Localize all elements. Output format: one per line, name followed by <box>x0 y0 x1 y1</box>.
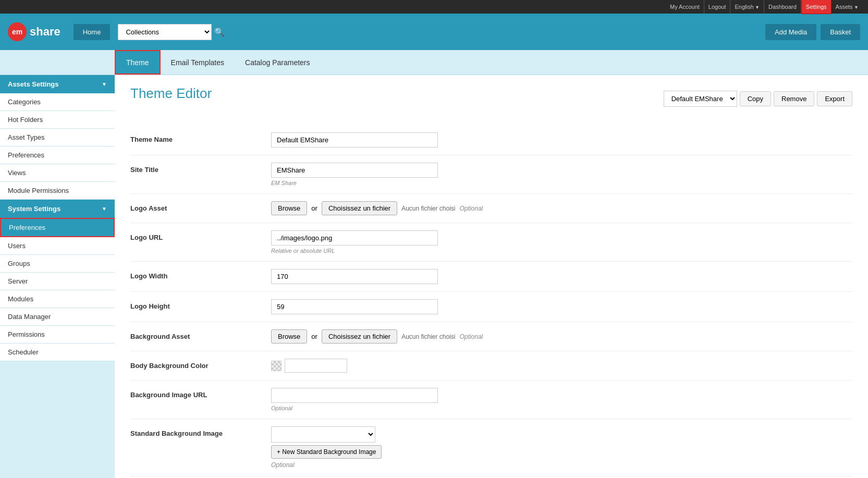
input-logo-url[interactable] <box>271 230 438 246</box>
input-logo-height[interactable] <box>271 299 438 314</box>
sidebar-item-server[interactable]: Server <box>0 273 115 290</box>
control-site-title: EM Share <box>271 163 852 186</box>
hint-logo-url: Relative or absolute URL <box>271 248 852 254</box>
sidebar-item-categories[interactable]: Categories <box>0 93 115 111</box>
sidebar-item-module-permissions[interactable]: Module Permissions <box>0 182 115 200</box>
sidebar-item-views[interactable]: Views <box>0 164 115 182</box>
choose-file-logo-button[interactable]: Choisissez un fichier <box>322 201 397 215</box>
sidebar: Assets Settings Categories Hot Folders A… <box>0 75 115 478</box>
label-site-title: Site Title <box>130 163 271 174</box>
standard-bg-row: + New Standard Background Image Optional <box>271 426 852 469</box>
optional-logo: Optional <box>460 205 483 212</box>
control-standard-bg: + New Standard Background Image Optional <box>271 426 852 469</box>
logo-text: share <box>30 25 60 39</box>
browse-logo-button[interactable]: Browse <box>271 201 307 215</box>
form-row-standard-bg: Standard Background Image + New Standard… <box>130 419 852 476</box>
label-bg-image-url: Background Image URL <box>130 388 271 399</box>
sub-navigation: Theme Email Templates Catalog Parameters <box>0 50 868 75</box>
top-nav-english[interactable]: English <box>730 0 764 14</box>
sidebar-item-groups[interactable]: Groups <box>0 255 115 273</box>
basket-button[interactable]: Basket <box>821 24 860 40</box>
main-header: em share Home Collections 🔍 Add Media Ba… <box>0 14 868 50</box>
or-text-background: or <box>311 333 317 340</box>
search-area: Collections 🔍 <box>118 24 757 40</box>
input-theme-name[interactable] <box>271 132 438 148</box>
system-settings-header[interactable]: System Settings <box>0 200 115 218</box>
browse-background-button[interactable]: Browse <box>271 329 307 344</box>
control-logo-width <box>271 269 852 284</box>
new-standard-bg-button[interactable]: + New Standard Background Image <box>271 445 382 459</box>
tab-theme[interactable]: Theme <box>115 50 161 75</box>
form-row-site-title: Site Title EM Share <box>130 155 852 194</box>
assets-settings-header[interactable]: Assets Settings <box>0 75 115 93</box>
control-logo-asset: Browse or Choisissez un fichier Aucun fi… <box>271 201 852 215</box>
or-text-logo: or <box>311 204 317 212</box>
control-theme-name <box>271 132 852 148</box>
no-file-logo: Aucun fichier choisi <box>401 205 455 212</box>
control-body-bg-color <box>271 359 852 373</box>
logo: em share <box>8 22 60 41</box>
form-row-body-bg-color: Body Background Color <box>130 351 852 381</box>
collections-select[interactable]: Collections <box>118 24 212 40</box>
hint-site-title: EM Share <box>271 180 852 186</box>
input-site-title[interactable] <box>271 163 438 178</box>
optional-standard-bg: Optional <box>271 461 852 469</box>
form-row-logo-width: Logo Width <box>130 262 852 292</box>
sidebar-item-preferences-system[interactable]: Preferences <box>0 218 115 237</box>
hint-bg-image-url: Optional <box>271 405 852 411</box>
top-nav-dashboard[interactable]: Dashboard <box>764 0 801 14</box>
tab-email-templates[interactable]: Email Templates <box>161 50 235 75</box>
no-file-background: Aucun fichier choisi <box>401 333 455 340</box>
control-logo-url: Relative or absolute URL <box>271 230 852 254</box>
top-nav-assets[interactable]: Assets <box>832 0 863 14</box>
theme-actions: Default EMShare Copy Remove Export <box>664 91 852 107</box>
copy-button[interactable]: Copy <box>740 91 771 106</box>
top-nav-settings[interactable]: Settings <box>801 0 832 14</box>
label-theme-name: Theme Name <box>130 132 271 143</box>
search-button[interactable]: 🔍 <box>214 27 225 37</box>
theme-selector[interactable]: Default EMShare <box>664 91 737 107</box>
label-standard-bg: Standard Background Image <box>130 426 271 437</box>
color-input-row-body <box>271 359 852 373</box>
sidebar-item-modules[interactable]: Modules <box>0 290 115 308</box>
control-bg-image-url: Optional <box>271 388 852 411</box>
tab-catalog-parameters[interactable]: Catalog Parameters <box>235 50 321 75</box>
label-logo-asset: Logo Asset <box>130 201 271 212</box>
title-row: Theme Editor Default EMShare Copy Remove… <box>130 85 852 112</box>
top-nav-logout[interactable]: Logout <box>704 0 731 14</box>
logo-icon: em <box>8 22 27 41</box>
form-row-logo-url: Logo URL Relative or absolute URL <box>130 223 852 262</box>
input-body-bg-color[interactable] <box>285 359 347 373</box>
standard-bg-select[interactable] <box>271 426 375 443</box>
control-logo-height <box>271 299 852 314</box>
add-media-button[interactable]: Add Media <box>765 24 816 40</box>
form-row-logo-height: Logo Height <box>130 292 852 322</box>
top-nav-my-account[interactable]: My Account <box>666 0 704 14</box>
sidebar-item-permissions[interactable]: Permissions <box>0 326 115 344</box>
remove-button[interactable]: Remove <box>774 91 814 106</box>
label-logo-width: Logo Width <box>130 269 271 280</box>
sidebar-item-preferences-assets[interactable]: Preferences <box>0 146 115 164</box>
sidebar-item-users[interactable]: Users <box>0 237 115 255</box>
input-logo-width[interactable] <box>271 269 438 284</box>
sidebar-item-data-manager[interactable]: Data Manager <box>0 308 115 326</box>
sidebar-item-scheduler[interactable]: Scheduler <box>0 344 115 361</box>
label-logo-url: Logo URL <box>130 230 271 241</box>
label-body-bg-color: Body Background Color <box>130 359 271 370</box>
export-button[interactable]: Export <box>817 91 852 106</box>
sidebar-item-asset-types[interactable]: Asset Types <box>0 129 115 146</box>
header-right-actions: Add Media Basket <box>765 24 860 40</box>
form-row-background-asset: Background Asset Browse or Choisissez un… <box>130 322 852 351</box>
form-row-logo-asset: Logo Asset Browse or Choisissez un fichi… <box>130 194 852 223</box>
form-row-theme-name: Theme Name <box>130 125 852 155</box>
sidebar-item-hot-folders[interactable]: Hot Folders <box>0 111 115 129</box>
choose-file-background-button[interactable]: Choisissez un fichier <box>322 329 397 344</box>
color-swatch-body[interactable] <box>271 361 282 371</box>
form-row-bg-image-url: Background Image URL Optional <box>130 381 852 419</box>
home-button[interactable]: Home <box>74 24 111 40</box>
control-background-asset: Browse or Choisissez un fichier Aucun fi… <box>271 329 852 344</box>
top-navigation: My Account Logout English Dashboard Sett… <box>0 0 868 14</box>
page-title: Theme Editor <box>130 85 212 102</box>
input-bg-image-url[interactable] <box>271 388 438 403</box>
optional-background: Optional <box>460 333 483 340</box>
